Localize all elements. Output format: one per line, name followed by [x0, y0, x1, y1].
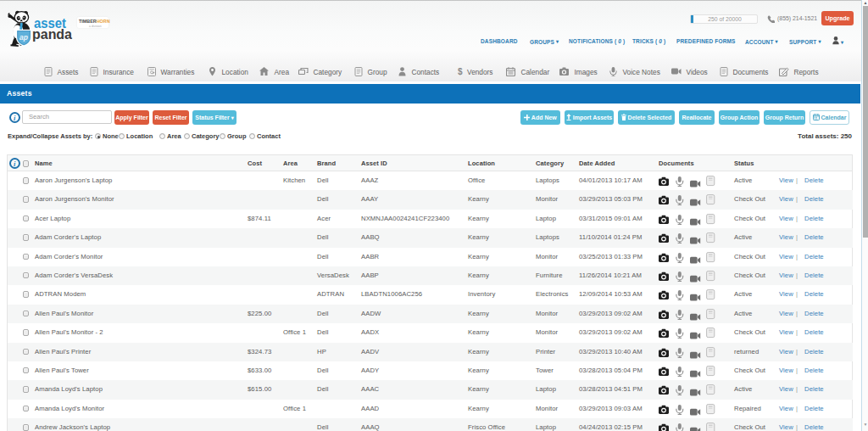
svg-text:ap: ap — [19, 33, 28, 42]
svg-text:panda: panda — [32, 26, 73, 42]
